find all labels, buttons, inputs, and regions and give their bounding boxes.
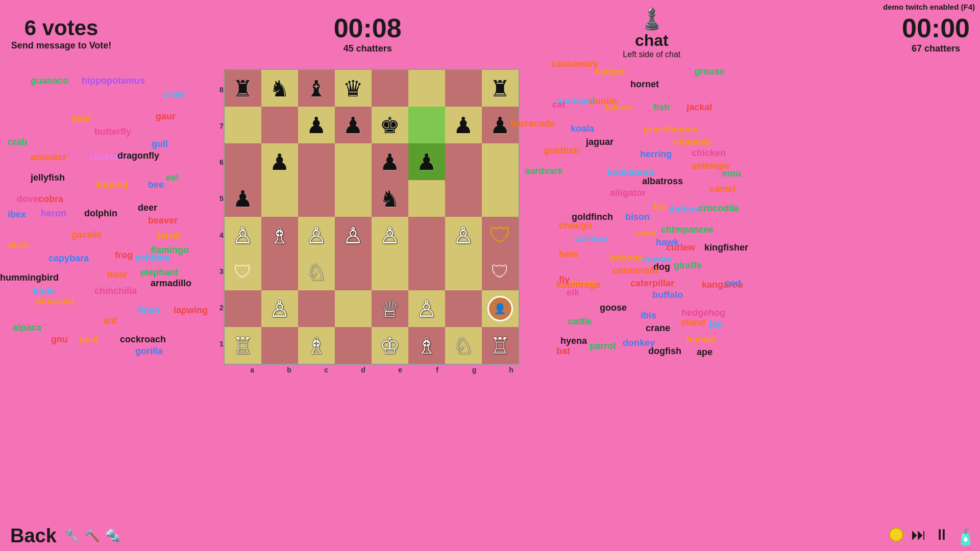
square-c1[interactable]: ♗ <box>298 327 335 364</box>
square-b1[interactable] <box>261 327 298 364</box>
square-b8[interactable]: ♞ <box>261 70 298 107</box>
square-a2[interactable] <box>225 290 261 327</box>
animal-word-bear: bear <box>71 113 91 124</box>
square-f1[interactable]: ♗ <box>408 327 445 364</box>
square-a7[interactable] <box>225 107 261 143</box>
tool-icon-3[interactable]: 🔩 <box>105 529 120 543</box>
votes-sub: Send message to Vote! <box>10 40 112 51</box>
rank-4: 4 <box>219 231 224 239</box>
square-e3[interactable] <box>372 254 408 290</box>
tool-icon-1[interactable]: 🔧 <box>64 529 80 543</box>
square-g1[interactable]: ♘ <box>445 327 482 364</box>
skip-forward-button[interactable]: ⏭ <box>911 526 926 543</box>
square-c7[interactable]: ♟ <box>298 107 335 143</box>
rank-7: 7 <box>219 122 224 130</box>
square-e5[interactable]: ♞ <box>372 180 408 217</box>
square-e8[interactable] <box>372 70 408 107</box>
square-c5[interactable] <box>298 180 335 217</box>
file-a: a <box>234 366 271 374</box>
square-f5[interactable] <box>408 180 445 217</box>
square-b3[interactable] <box>261 254 298 290</box>
animal-word-alligator: alligator <box>610 188 646 198</box>
square-d5[interactable] <box>335 180 372 217</box>
square-e6[interactable]: ♟ <box>372 143 408 180</box>
animal-word-deer: deer <box>138 203 157 213</box>
back-button[interactable]: Back <box>10 525 57 547</box>
square-a6[interactable] <box>225 143 261 180</box>
square-h3[interactable]: 🛡 <box>482 254 519 290</box>
square-c8[interactable]: ♝ <box>298 70 335 107</box>
spray-icon[interactable]: 🧴 <box>956 528 975 546</box>
square-b2[interactable]: ♙ <box>261 290 298 327</box>
square-d4[interactable]: ♙ <box>335 217 372 254</box>
animal-word-capybara: capybara <box>48 253 89 264</box>
square-a5[interactable]: ♟ <box>225 180 261 217</box>
animal-word-armadillo: armadillo <box>151 278 191 289</box>
square-e7[interactable]: ♚ <box>372 107 408 143</box>
square-g4[interactable]: ♙ <box>445 217 482 254</box>
animal-word-ape: ape <box>697 347 713 358</box>
square-f4[interactable] <box>408 217 445 254</box>
square-c6[interactable] <box>298 143 335 180</box>
animal-word-dogfish: dogfish <box>648 346 681 357</box>
square-c2[interactable] <box>298 290 335 327</box>
square-d1[interactable] <box>335 327 372 364</box>
animal-word-jaguar: jaguar <box>586 137 614 147</box>
tool-icon-2[interactable]: 🔨 <box>85 529 100 543</box>
chess-board-container: 1 2 3 4 5 6 7 8 ♜ ♞ ♝ ♛ <box>219 69 526 375</box>
square-g2[interactable] <box>445 290 482 327</box>
animal-word-goat: goat <box>79 334 99 345</box>
animal-word-crab: crab <box>8 137 27 147</box>
animal-word-curlew: curlew <box>666 242 695 253</box>
square-e4[interactable]: ♙ <box>372 217 408 254</box>
animal-word-grasshopper: grasshopper <box>643 124 699 135</box>
square-d2[interactable] <box>335 290 372 327</box>
animal-word-bat: bat <box>556 346 570 357</box>
square-c3[interactable]: ♘ <box>298 254 335 290</box>
pause-button[interactable]: ⏸ <box>934 526 949 543</box>
square-g5[interactable] <box>445 180 482 217</box>
square-g3[interactable] <box>445 254 482 290</box>
animal-word-falcon: falcon <box>605 102 632 113</box>
square-g8[interactable] <box>445 70 482 107</box>
square-c4[interactable]: ♙ <box>298 217 335 254</box>
square-h1[interactable]: ♖ <box>482 327 519 364</box>
square-h5[interactable] <box>482 180 519 217</box>
square-d8[interactable]: ♛ <box>335 70 372 107</box>
square-g6[interactable] <box>445 143 482 180</box>
square-f3[interactable] <box>408 254 445 290</box>
square-f7[interactable] <box>408 107 445 143</box>
square-f2[interactable]: ♙ <box>408 290 445 327</box>
square-h2[interactable]: 👤 <box>482 290 519 327</box>
square-b6[interactable]: ♟ <box>261 143 298 180</box>
animal-word-clam: clam <box>635 228 656 239</box>
animal-word-elephant: elephant <box>140 267 178 278</box>
square-a1[interactable]: ♖ <box>225 327 261 364</box>
square-g7[interactable]: ♟ <box>445 107 482 143</box>
animal-word-dragonfly: dragonfly <box>117 151 159 161</box>
animal-word-hyena: hyena <box>560 336 587 346</box>
animal-word-duck: duck <box>8 240 29 251</box>
square-d3[interactable] <box>335 254 372 290</box>
square-h8[interactable]: ♜ <box>482 70 519 107</box>
file-d: d <box>345 366 382 374</box>
chat-sub: Left side of chat <box>623 50 680 59</box>
square-e2[interactable]: ♕ <box>372 290 408 327</box>
square-b5[interactable] <box>261 180 298 217</box>
animal-word-caribou: caribou <box>574 234 607 244</box>
square-d6[interactable] <box>335 143 372 180</box>
square-e1[interactable]: ♔ <box>372 327 408 364</box>
top-bar: 6 votes Send message to Vote! 00:08 45 c… <box>0 0 980 66</box>
square-b7[interactable] <box>261 107 298 143</box>
square-f8[interactable] <box>408 70 445 107</box>
square-b4[interactable]: ♗ <box>261 217 298 254</box>
animal-word-eel: eel <box>166 172 179 183</box>
square-h4[interactable]: 🛡 <box>482 217 519 254</box>
square-f6[interactable]: ♟ <box>408 143 445 180</box>
chat-title: chat <box>623 31 680 50</box>
square-h6[interactable] <box>482 143 519 180</box>
square-a8[interactable]: ♜ <box>225 70 261 107</box>
square-a3[interactable]: 🛡 <box>225 254 261 290</box>
square-d7[interactable]: ♟ <box>335 107 372 143</box>
square-a4[interactable]: ♙ <box>225 217 261 254</box>
